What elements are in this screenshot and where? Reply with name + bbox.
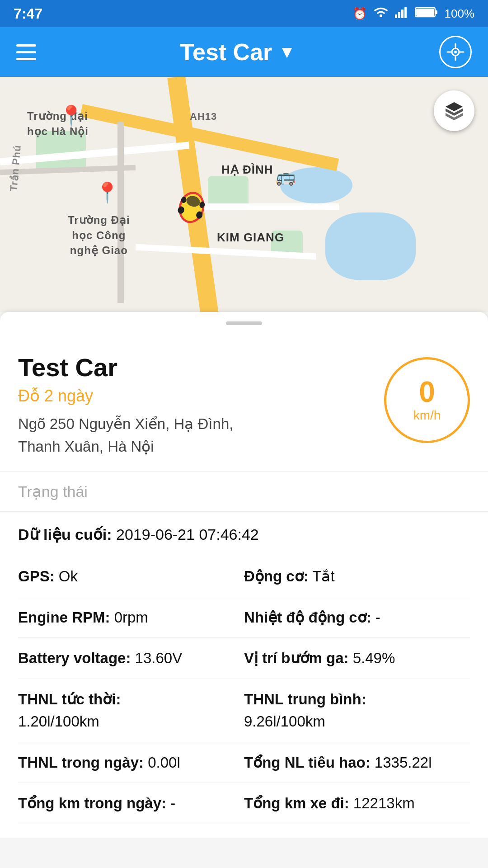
vehicle-info-section: Test Car Đỗ 2 ngày Ngõ 250 Nguyễn Xiển, …: [0, 335, 488, 472]
alarm-icon: ⏰: [352, 7, 367, 21]
data-cell-dong-co: Động cơ: Tắt: [244, 556, 470, 597]
speed-circle: 0 km/h: [384, 357, 470, 443]
nav-vehicle-title: Test Car: [180, 38, 272, 66]
data-section: Dữ liệu cuối: 2019-06-21 07:46:42 GPS: O…: [0, 512, 488, 838]
vehicle-info-left: Test Car Đỗ 2 ngày Ngõ 250 Nguyễn Xiển, …: [18, 353, 384, 458]
car-marker: [172, 182, 213, 229]
location-button[interactable]: [439, 36, 472, 68]
data-cell-buom-ga: Vị trí bướm ga: 5.49%: [244, 638, 470, 679]
drag-handle: [226, 321, 262, 325]
data-cell-rpm: Engine RPM: 0rpm: [18, 597, 244, 638]
status-label: Trạng thái: [18, 483, 88, 500]
svg-rect-1: [395, 14, 397, 18]
map-pin-bus: 🚌: [276, 167, 296, 186]
svg-point-0: [380, 14, 382, 17]
svg-marker-21: [446, 102, 463, 111]
data-cell-nhiet-do: Nhiệt độ động cơ: -: [244, 597, 470, 638]
wifi-icon: [373, 6, 389, 22]
signal-icon: [395, 6, 408, 21]
map-label-ah13: AH13: [190, 111, 217, 123]
speed-value: 0: [419, 377, 435, 406]
dropdown-icon: ▼: [278, 42, 296, 62]
nav-bar: Test Car ▼: [0, 27, 488, 77]
data-cell-tong-km: Tổng km xe đi: 12213km: [244, 783, 470, 824]
status-icons: ⏰ 100%: [352, 6, 475, 22]
battery-percentage: 100%: [445, 7, 475, 21]
map-pin-2: 📍: [95, 181, 120, 204]
map-pin-1: 📍: [59, 104, 84, 127]
map-label-kim-giang: KIM GIANG: [217, 231, 284, 245]
svg-rect-2: [398, 12, 400, 18]
road-tran-phu: [0, 142, 189, 165]
map-water-2: [325, 212, 416, 280]
data-grid: GPS: Ok Động cơ: Tắt Engine RPM: 0rpm Nh…: [18, 556, 470, 824]
menu-button[interactable]: [16, 44, 36, 60]
svg-rect-6: [435, 10, 437, 14]
data-cell-thnl-trung-binh: THNL trung bình:9.26l/100km: [244, 679, 470, 742]
last-data-label: Dữ liệu cuối: 2019-06-21 07:46:42: [18, 526, 259, 543]
layer-button[interactable]: [434, 90, 474, 131]
status-bar: 7:47 ⏰: [0, 0, 488, 27]
svg-rect-3: [401, 9, 404, 18]
map-label-ha-dinh: HẠ ĐÌNH: [221, 163, 273, 177]
last-data-label-bold: Dữ liệu cuối:: [18, 526, 112, 543]
map-background: HẠ ĐÌNH KIM GIANG AH13 Trần Phú Trường Đ…: [0, 77, 488, 312]
nav-title-area[interactable]: Test Car ▼: [180, 38, 296, 66]
bottom-panel: Test Car Đỗ 2 ngày Ngõ 250 Nguyễn Xiển, …: [0, 335, 488, 838]
vehicle-name: Test Car: [18, 353, 384, 382]
map-label-tran-phu: Trần Phú: [8, 144, 23, 192]
data-cell-battery: Battery voltage: 13.60V: [18, 638, 244, 679]
svg-rect-4: [404, 7, 407, 18]
vehicle-address: Ngõ 250 Nguyễn Xiển, Hạ Đình, Thanh Xuân…: [18, 413, 271, 458]
map-label-truong: Trường Đạihọc Côngnghệ Giao: [68, 212, 130, 258]
last-data-row: Dữ liệu cuối: 2019-06-21 07:46:42: [18, 525, 470, 543]
status-time: 7:47: [14, 5, 42, 22]
map-area[interactable]: HẠ ĐÌNH KIM GIANG AH13 Trần Phú Trường Đ…: [0, 77, 488, 312]
status-label-section: Trạng thái: [0, 472, 488, 512]
battery-icon: [415, 6, 438, 21]
speed-unit: km/h: [413, 408, 441, 423]
last-data-value: 2019-06-21 07:46:42: [116, 526, 259, 543]
drag-handle-area[interactable]: [0, 312, 488, 335]
svg-point-13: [454, 51, 457, 53]
vehicle-status: Đỗ 2 ngày: [18, 387, 384, 406]
data-cell-tong-nl: Tổng NL tiêu hao: 1335.22l: [244, 742, 470, 783]
data-cell-gps: GPS: Ok: [18, 556, 244, 597]
svg-rect-7: [416, 9, 434, 16]
data-cell-thnl-ngay: THNL trong ngày: 0.00l: [18, 742, 244, 783]
data-cell-thnl-tuc-thoi: THNL tức thời:1.20l/100km: [18, 679, 244, 742]
data-cell-km-ngay: Tổng km trong ngày: -: [18, 783, 244, 824]
